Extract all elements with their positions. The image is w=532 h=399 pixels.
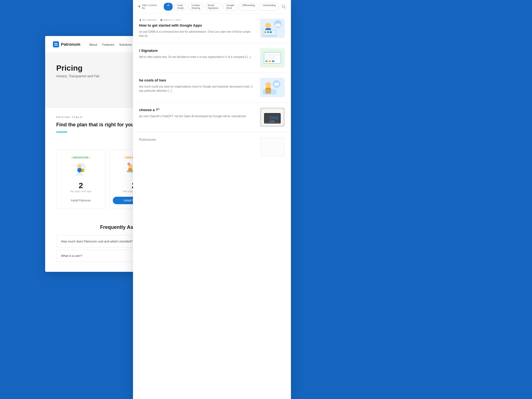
blog-excerpt-1: We're often asked why. So we decided to …: [139, 55, 255, 59]
blog-card-4: Patronum: [133, 132, 291, 162]
blog-content-2: he costs of lses low much could you save…: [139, 78, 255, 93]
filter-tag-casestudy[interactable]: Case Study: [174, 3, 187, 11]
badge-education: EDUCATION: [71, 156, 91, 159]
svg-rect-83: [265, 122, 280, 123]
svg-point-28: [78, 164, 81, 168]
svg-rect-1: [56, 43, 57, 44]
search-icon[interactable]: [282, 4, 286, 9]
svg-point-57: [265, 23, 271, 28]
svg-point-48: [282, 5, 285, 8]
blog-card-1: l Signature We're often asked why. So we…: [133, 43, 291, 73]
svg-rect-71: [272, 60, 274, 62]
blog-date-0: March 17, 2023: [160, 19, 181, 21]
blog-excerpt-2: low much could you save by organisations…: [139, 85, 255, 93]
svg-rect-61: [264, 31, 266, 33]
faq-question-1: What is a user?: [61, 254, 82, 257]
svg-text:Chat: Chat: [270, 116, 278, 120]
right-blog-panel: Filter Content By: All Case Study Contac…: [133, 0, 291, 399]
education-period: Per User / Per Year: [60, 190, 102, 193]
filter-bar: Filter Content By: All Case Study Contac…: [133, 0, 291, 14]
svg-point-50: [140, 19, 141, 20]
svg-rect-35: [128, 168, 132, 171]
blog-thumb-1: [260, 48, 285, 68]
blog-content-4: Patronum: [139, 137, 255, 144]
filter-tag-offboarding[interactable]: Offboarding: [239, 3, 258, 11]
logo-text: Patronum: [61, 42, 80, 47]
education-price: 2: [60, 181, 102, 190]
filter-tag-contactsharing[interactable]: Contact Sharing: [188, 3, 203, 11]
blog-thumb-3: Chat GPT: [260, 108, 285, 127]
filter-label: Filter Content By:: [138, 4, 161, 9]
filter-tag-all[interactable]: All: [164, 3, 173, 11]
svg-rect-0: [55, 43, 56, 44]
svg-rect-76: [263, 89, 277, 94]
svg-rect-51: [160, 19, 162, 21]
faq-question-0: How much does Patronum cost and what's i…: [61, 240, 132, 243]
svg-rect-56: [275, 24, 281, 27]
education-install-button[interactable]: Install Patronum: [60, 197, 102, 204]
svg-rect-30: [81, 169, 84, 172]
blog-card-3: choose a ?" pin over OpenAI's ChatGPT. h…: [133, 103, 291, 132]
blog-title-0: How to get started with Google Apps: [139, 23, 255, 28]
logo-icon: [53, 41, 59, 47]
blog-excerpt-0: (or just GAM) is a command-line tool for…: [139, 30, 255, 38]
blog-title-3: choose a ?": [139, 108, 255, 112]
section-divider: [56, 132, 67, 132]
filter-tags: All Case Study Contact Sharing Email Sig…: [164, 3, 279, 11]
svg-rect-63: [270, 31, 272, 33]
svg-rect-84: [261, 139, 283, 155]
filter-tag-emailsig[interactable]: Email Signature: [205, 3, 222, 11]
svg-rect-62: [267, 31, 269, 33]
blog-content-1: l Signature We're often asked why. So we…: [139, 48, 255, 59]
blog-card-2: he costs of lses low much could you save…: [133, 73, 291, 103]
nav-features[interactable]: Features: [102, 43, 114, 46]
blog-thumb-0: [260, 19, 285, 38]
logo[interactable]: Patronum: [53, 41, 80, 47]
blog-author-0: By Patronum: [139, 19, 157, 21]
blog-card-0: By Patronum March 17, 2023 How to get st…: [133, 14, 291, 43]
blog-title-1: l Signature: [139, 48, 255, 53]
blog-thumb-2: [260, 78, 285, 97]
blog-title-2: he costs of lses: [139, 78, 255, 83]
filter-tag-googledrive[interactable]: Google Drive: [223, 3, 237, 11]
blog-excerpt-3: pin over OpenAI's ChatGPT. hat the Open-…: [139, 114, 255, 118]
blog-content-3: choose a ?" pin over OpenAI's ChatGPT. h…: [139, 108, 255, 118]
pricing-card-education: EDUCATION 2 Per User / Per Year Install …: [56, 150, 105, 209]
svg-rect-70: [269, 60, 271, 62]
svg-rect-3: [56, 45, 57, 46]
nav-solutions[interactable]: Solutions: [119, 43, 132, 46]
svg-line-49: [285, 7, 286, 9]
blog-content-0: By Patronum March 17, 2023 How to get st…: [139, 19, 255, 38]
nav-about[interactable]: About: [89, 43, 97, 46]
svg-rect-77: [274, 83, 279, 86]
blog-meta-0: By Patronum March 17, 2023: [139, 19, 255, 21]
svg-rect-2: [55, 45, 56, 46]
education-illustration: [60, 162, 102, 178]
svg-point-74: [265, 82, 271, 88]
blog-thumb-4: [260, 137, 285, 157]
blog-title-4: Patronum: [139, 137, 255, 142]
svg-point-37: [127, 163, 130, 165]
svg-rect-69: [265, 60, 268, 62]
filter-tag-onboarding[interactable]: Onboarding: [260, 3, 279, 11]
